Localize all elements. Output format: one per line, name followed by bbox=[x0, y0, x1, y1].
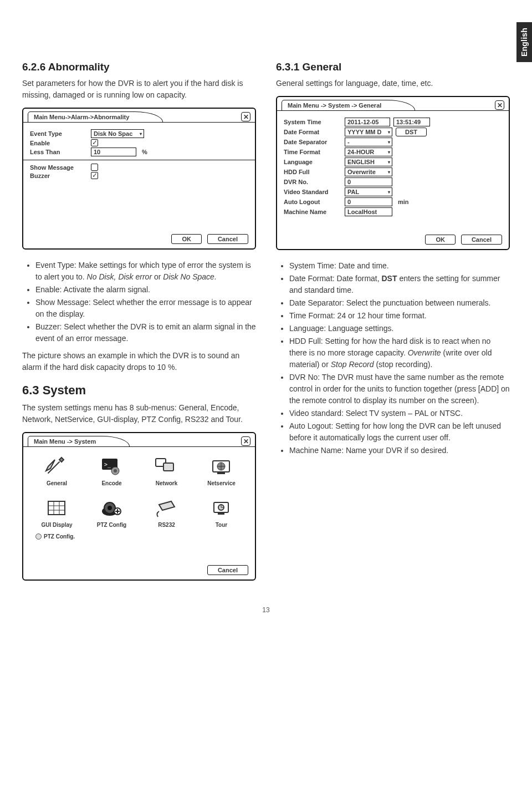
bullet: Time Format: 24 or 12 hour time format. bbox=[289, 310, 510, 322]
status-tip-text: PTZ Config. bbox=[44, 533, 75, 540]
svg-rect-5 bbox=[163, 463, 173, 471]
bullet: Event Type: Make settings for which type… bbox=[35, 260, 256, 283]
less-than-value: 10 bbox=[94, 149, 100, 155]
icon-network[interactable]: Network bbox=[144, 455, 189, 486]
hdd-full-select[interactable]: Overwrite▾ bbox=[345, 167, 392, 176]
para-abnormality: Set parameters for how the DVR is to ale… bbox=[22, 78, 256, 101]
close-button[interactable]: ✕ bbox=[241, 112, 250, 121]
ok-button[interactable]: OK bbox=[425, 235, 456, 245]
icon-ptz-config[interactable]: PTZ Config bbox=[89, 496, 134, 528]
icon-label: Netservice bbox=[207, 480, 236, 486]
time-format-select[interactable]: 24-HOUR▾ bbox=[345, 148, 392, 156]
window-general: Main Menu -> System -> General ✕ System … bbox=[276, 96, 510, 250]
show-message-label: Show Message bbox=[30, 164, 88, 171]
language-select[interactable]: ENGLISH▾ bbox=[345, 157, 392, 166]
close-button[interactable]: ✕ bbox=[241, 436, 250, 446]
icon-tour[interactable]: Tour bbox=[199, 496, 244, 528]
time-format-label: Time Format bbox=[284, 149, 341, 155]
general-bullets: System Time: Date and time. Date Format:… bbox=[276, 260, 510, 456]
heading-general: 6.3.1 General bbox=[276, 61, 510, 73]
icon-encode[interactable]: >_ Encode bbox=[89, 455, 134, 486]
icon-label: RS232 bbox=[158, 522, 175, 528]
bullet: Enable: Activate the alarm signal. bbox=[35, 284, 256, 296]
icon-label: Encode bbox=[101, 480, 121, 486]
para-system: The system settings menu has 8 sub-menus… bbox=[22, 402, 256, 425]
heading-abnormality: 6.2.6 Abnormality bbox=[22, 61, 256, 73]
window-system: Main Menu -> System ✕ General >_ Encode bbox=[22, 432, 256, 581]
event-type-select[interactable]: Disk No Spac ▾ bbox=[91, 129, 144, 138]
svg-rect-9 bbox=[48, 501, 65, 515]
cancel-button[interactable]: Cancel bbox=[207, 565, 248, 575]
buzzer-checkbox[interactable] bbox=[91, 172, 98, 179]
close-button[interactable]: ✕ bbox=[495, 100, 504, 110]
date-format-select[interactable]: YYYY MM D▾ bbox=[345, 128, 392, 136]
bullet: HDD Full: Setting for how the hard disk … bbox=[289, 336, 510, 370]
window-abnormality-title: Main Menu->Alarm->Abnormality bbox=[28, 111, 163, 122]
chevron-down-icon: ▾ bbox=[388, 190, 390, 195]
svg-point-12 bbox=[108, 506, 112, 510]
svg-rect-7 bbox=[217, 472, 225, 474]
icon-label: General bbox=[47, 480, 67, 486]
info-icon bbox=[35, 533, 42, 540]
heading-system: 6.3 System bbox=[22, 383, 256, 398]
system-time-label: System Time bbox=[284, 119, 341, 125]
bullet: Video standard: Select TV system – PAL o… bbox=[289, 408, 510, 419]
date-format-label: Date Format bbox=[284, 129, 341, 135]
show-message-checkbox[interactable] bbox=[91, 164, 98, 171]
enable-checkbox[interactable] bbox=[91, 139, 98, 146]
icon-general[interactable]: General bbox=[34, 455, 79, 486]
dvr-no-input[interactable]: 0 bbox=[345, 177, 392, 186]
less-than-label: Less Than bbox=[30, 149, 88, 155]
chevron-down-icon: ▾ bbox=[388, 140, 390, 145]
ok-button[interactable]: OK bbox=[171, 234, 202, 244]
dvr-no-label: DVR No. bbox=[284, 179, 341, 185]
bullet: Language: Language settings. bbox=[289, 323, 510, 334]
less-than-unit: % bbox=[140, 149, 147, 155]
bullet: Auto Logout: Setting for how long the DV… bbox=[289, 420, 510, 444]
para-example: The picture shows an example in which th… bbox=[22, 350, 256, 373]
icon-label: GUI Display bbox=[41, 522, 72, 528]
date-separator-label: Date Separator bbox=[284, 139, 341, 145]
window-abnormality: Main Menu->Alarm->Abnormality ✕ Event Ty… bbox=[22, 108, 256, 250]
date-separator-select[interactable]: -▾ bbox=[345, 138, 392, 146]
chevron-down-icon: ▾ bbox=[388, 160, 390, 165]
language-tab: English bbox=[516, 22, 532, 62]
icon-label: Tour bbox=[216, 522, 227, 528]
buzzer-label: Buzzer bbox=[30, 172, 88, 179]
auto-logout-label: Auto Logout bbox=[284, 199, 341, 205]
system-time-time-input[interactable]: 13:51:49 bbox=[393, 118, 430, 126]
chevron-down-icon: ▾ bbox=[388, 170, 390, 175]
chevron-down-icon: ▾ bbox=[388, 150, 390, 155]
video-standard-label: Video Standard bbox=[284, 189, 341, 195]
event-type-label: Event Type bbox=[30, 130, 88, 137]
icon-rs232[interactable]: RS232 bbox=[144, 496, 189, 528]
para-general: General settings for language, date, tim… bbox=[276, 78, 510, 89]
svg-rect-15 bbox=[218, 512, 224, 515]
chevron-down-icon: ▾ bbox=[388, 130, 390, 135]
chevron-down-icon: ▾ bbox=[140, 131, 142, 136]
bullet: Buzzer: Select whether the DVR is to emi… bbox=[35, 321, 256, 344]
bullet: Machine Name: Name your DVR if so desire… bbox=[289, 445, 510, 456]
auto-logout-input[interactable]: 0 bbox=[345, 197, 392, 206]
icon-gui-display[interactable]: GUI Display bbox=[34, 496, 79, 528]
enable-label: Enable bbox=[30, 140, 88, 146]
icon-label: Network bbox=[156, 480, 177, 486]
cancel-button[interactable]: Cancel bbox=[461, 235, 502, 245]
video-standard-select[interactable]: PAL▾ bbox=[345, 187, 392, 196]
icon-netservice[interactable]: Netservice bbox=[199, 455, 244, 486]
event-type-value: Disk No Spac bbox=[94, 130, 132, 137]
icon-label: PTZ Config bbox=[97, 522, 126, 528]
system-time-date-input[interactable]: 2011-12-05 bbox=[345, 118, 390, 126]
machine-name-input[interactable]: LocalHost bbox=[345, 207, 392, 216]
auto-logout-unit: min bbox=[396, 199, 409, 205]
machine-name-label: Machine Name bbox=[284, 209, 341, 215]
status-tip: PTZ Config. bbox=[30, 530, 248, 540]
cancel-button[interactable]: Cancel bbox=[207, 234, 248, 244]
bullet: Date Separator: Select the punctuation b… bbox=[289, 297, 510, 309]
svg-text:>_: >_ bbox=[104, 461, 111, 468]
less-than-input[interactable]: 10 bbox=[91, 148, 136, 156]
abnormality-bullets: Event Type: Make settings for which type… bbox=[22, 260, 256, 344]
dst-button[interactable]: DST bbox=[396, 128, 427, 136]
bullet: DVR No: The DVR must have the same numbe… bbox=[289, 372, 510, 406]
bullet: System Time: Date and time. bbox=[289, 260, 510, 272]
